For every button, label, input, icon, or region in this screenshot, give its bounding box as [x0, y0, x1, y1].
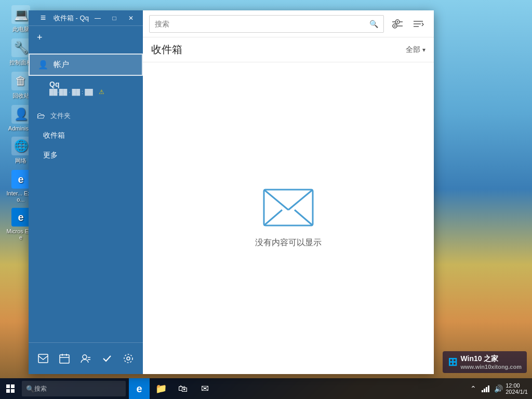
taskbar-mail-icon[interactable]: ✉: [194, 378, 215, 399]
search-bar: 🔍: [143, 10, 434, 37]
empty-message: 没有内容可以显示: [255, 237, 322, 248]
close-button[interactable]: ✕: [123, 10, 139, 26]
ie-icon: e: [11, 170, 30, 189]
network-icon: 🌐: [11, 137, 30, 155]
taskbar-search-icon: 🔍: [26, 385, 34, 393]
sidebar-item-more[interactable]: 更多: [29, 145, 143, 165]
svg-point-15: [394, 25, 396, 26]
tray-network-icon[interactable]: [481, 383, 491, 394]
tasks-nav-button[interactable]: [98, 349, 116, 368]
sidebar-bottom-icons: [29, 342, 143, 374]
inbox-label: 收件箱: [43, 131, 65, 140]
recycle-bin-icon: 🗑: [11, 72, 30, 90]
account-name: Qq: [49, 80, 59, 88]
inbox-header: 收件箱 全部 ▾: [143, 37, 434, 62]
folder-section-icon: 🗁: [37, 111, 45, 121]
filter-button[interactable]: [388, 15, 407, 33]
start-button[interactable]: [0, 378, 21, 399]
svg-point-5: [83, 355, 87, 359]
mail-window: ≡ 收件箱 - Qq — □ ✕ + 👤 帐户: [29, 10, 434, 374]
svg-rect-31: [484, 389, 485, 392]
tray-clock: 12:00 2024/1/1: [506, 382, 528, 395]
sidebar-item-accounts[interactable]: 👤 帐户: [29, 54, 143, 76]
filter-label: 全部: [406, 45, 420, 55]
search-input[interactable]: [155, 20, 365, 28]
search-icon: 🔍: [369, 20, 378, 28]
this-pc-icon: 💻: [11, 5, 30, 24]
svg-point-9: [124, 354, 132, 363]
sidebar-titlebar: ≡ 收件箱 - Qq — □ ✕: [29, 10, 143, 26]
account-icon: 👤: [38, 60, 48, 70]
folders-section: 🗁 文件夹 收件箱 更多: [29, 106, 143, 165]
tray-caret-icon[interactable]: ⌃: [468, 383, 478, 394]
svg-rect-29: [11, 389, 15, 393]
svg-rect-27: [11, 384, 15, 388]
windows-logo-icon: ⊞: [448, 355, 457, 369]
toolbar-icons: [388, 15, 428, 33]
svg-rect-28: [6, 389, 10, 393]
desktop: 💻 此电脑 🔧 控制面板 🗑 回收站 👤 Adminis... 🌐 网络 e I…: [0, 0, 532, 399]
taskbar: 🔍 搜索 e 📁 🛍 ✉ ⌃ 🔊 12:00 2024/1/1: [0, 378, 532, 399]
win10-watermark: ⊞ Win10 之家 www.win10xitong.com: [443, 351, 527, 373]
window-title: 收件箱 - Qq: [54, 14, 89, 23]
this-pc-label: 此电脑: [12, 25, 30, 33]
svg-line-25: [295, 210, 313, 225]
taskbar-search[interactable]: 🔍 搜索: [22, 381, 126, 396]
plus-icon: +: [37, 32, 43, 43]
edge-icon: e: [11, 208, 30, 227]
svg-line-24: [264, 210, 282, 225]
contacts-nav-button[interactable]: [76, 349, 95, 368]
search-wrapper[interactable]: 🔍: [149, 15, 384, 33]
filter-dropdown[interactable]: 全部 ▾: [406, 45, 425, 55]
accounts-label: 帐户: [54, 60, 69, 70]
watermark-sub: www.win10xitong.com: [460, 364, 522, 370]
taskbar-search-label: 搜索: [34, 384, 47, 393]
admin-icon: 👤: [11, 105, 30, 124]
recycle-bin-label: 回收站: [12, 92, 30, 100]
window-controls: — □ ✕: [90, 10, 139, 26]
settings-nav-button[interactable]: [119, 349, 138, 368]
svg-rect-26: [6, 384, 10, 388]
sidebar-item-folder-section: 🗁 文件夹: [29, 106, 143, 126]
svg-rect-0: [38, 354, 48, 363]
tray-volume-icon[interactable]: 🔊: [493, 383, 503, 394]
svg-rect-1: [60, 355, 69, 363]
watermark-main: Win10 之家: [460, 354, 522, 364]
minimize-button[interactable]: —: [90, 10, 105, 26]
warning-icon: ⚠: [99, 88, 104, 96]
taskbar-pinned-icons: e 📁 🛍 ✉: [129, 378, 215, 399]
mail-sidebar: ≡ 收件箱 - Qq — □ ✕ + 👤 帐户: [29, 10, 143, 374]
taskbar-explorer-icon[interactable]: 📁: [151, 378, 171, 399]
account-email: ██·██ · ██ : ██: [49, 89, 93, 95]
svg-line-23: [288, 190, 313, 210]
watermark-text: Win10 之家 www.win10xitong.com: [460, 354, 522, 370]
sidebar-item-inbox[interactable]: 收件箱: [29, 126, 143, 145]
chevron-down-icon: ▾: [422, 46, 425, 54]
account-details: Qq ██·██ · ██ : ██ ⚠: [29, 76, 143, 98]
maximize-button[interactable]: □: [107, 10, 122, 26]
accounts-section: 👤 帐户 Qq ██·██ · ██ : ██ ⚠: [29, 54, 143, 98]
svg-line-22: [264, 190, 288, 210]
new-mail-button[interactable]: +: [29, 26, 143, 49]
taskbar-store-icon[interactable]: 🛍: [172, 378, 193, 399]
svg-point-11: [397, 21, 398, 22]
svg-point-8: [127, 357, 130, 360]
more-label: 更多: [43, 151, 58, 160]
network-label: 网络: [15, 157, 26, 165]
svg-rect-30: [482, 390, 483, 392]
control-panel-icon: 🔧: [11, 38, 30, 57]
mail-nav-button[interactable]: [34, 349, 52, 368]
empty-envelope-icon: [262, 188, 314, 227]
sort-button[interactable]: [409, 15, 428, 33]
taskbar-tray: ⌃ 🔊 12:00 2024/1/1: [468, 382, 532, 395]
folders-label: 文件夹: [50, 111, 71, 121]
mail-content: 🔍: [143, 10, 434, 374]
taskbar-edge-icon[interactable]: e: [129, 378, 150, 399]
empty-state: 没有内容可以显示: [143, 62, 434, 374]
svg-rect-33: [488, 385, 489, 392]
calendar-nav-button[interactable]: [55, 349, 74, 368]
inbox-title: 收件箱: [151, 43, 406, 57]
svg-rect-32: [486, 387, 487, 392]
